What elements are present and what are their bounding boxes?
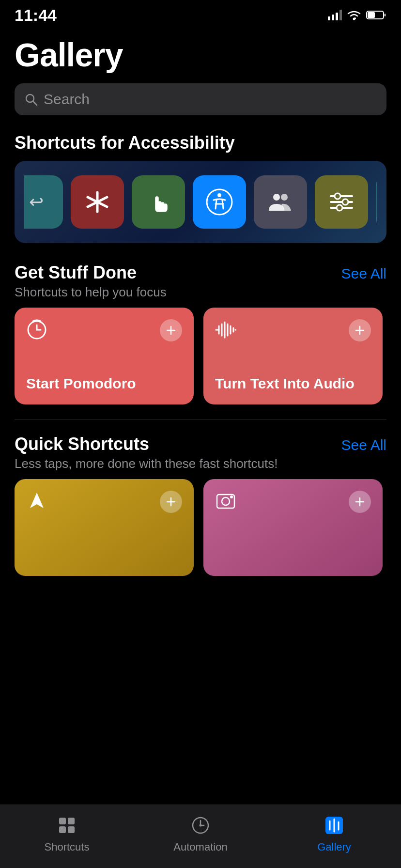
svg-rect-43 — [68, 826, 75, 833]
get-stuff-done-subtitle: Shortcuts to help you focus — [15, 285, 167, 300]
acc-icon-1[interactable] — [71, 175, 124, 229]
shortcuts-tab-label: Shortcuts — [45, 841, 90, 853]
svg-point-9 — [207, 189, 232, 215]
gallery-tab-icon — [322, 813, 347, 838]
photo-card[interactable] — [203, 479, 383, 576]
accessibility-banner[interactable]: ↩ — [15, 161, 386, 243]
quick-shortcuts-subtitle: Less taps, more done with these fast sho… — [15, 456, 278, 471]
get-stuff-done-title: Get Stuff Done — [15, 263, 167, 283]
svg-point-17 — [342, 199, 348, 205]
automation-tab-icon — [188, 813, 213, 838]
turn-text-audio-card[interactable]: Turn Text Into Audio — [203, 308, 383, 404]
svg-marker-32 — [30, 493, 44, 508]
wifi-icon — [347, 10, 361, 20]
tab-shortcuts[interactable]: Shortcuts — [0, 813, 134, 853]
svg-point-45 — [200, 824, 202, 827]
svg-rect-40 — [59, 818, 66, 824]
audio-icon — [215, 319, 236, 345]
start-pomodoro-card[interactable]: Start Pomodoro — [15, 308, 194, 404]
card-top-2 — [215, 319, 371, 345]
photo-icon — [215, 491, 236, 516]
svg-rect-41 — [68, 818, 75, 824]
svg-rect-2 — [384, 14, 386, 16]
photo-add-button[interactable] — [349, 491, 371, 513]
tab-gallery[interactable]: Gallery — [267, 813, 401, 853]
quick-shortcuts-title: Quick Shortcuts — [15, 434, 278, 454]
audio-label: Turn Text Into Audio — [215, 374, 371, 393]
search-placeholder: Search — [44, 91, 90, 108]
section-divider — [15, 419, 386, 419]
svg-line-5 — [33, 101, 37, 105]
tab-bar: Shortcuts Automation Gallery — [0, 805, 401, 868]
acc-icon-0[interactable]: ↩ — [24, 175, 63, 229]
search-icon — [24, 93, 38, 106]
quick-shortcuts-section-header: Quick Shortcuts Less taps, more done wit… — [15, 434, 386, 471]
card-top — [26, 319, 182, 345]
pomodoro-label: Start Pomodoro — [26, 374, 182, 393]
accessibility-section-header: Shortcuts for Accessibility — [15, 133, 386, 153]
automation-tab-label: Automation — [173, 841, 227, 853]
status-time: 11:44 — [15, 6, 57, 25]
svg-point-0 — [353, 18, 355, 20]
pomodoro-icon — [26, 319, 47, 345]
gallery-tab-label: Gallery — [317, 841, 351, 853]
svg-rect-42 — [59, 826, 66, 833]
get-stuff-done-cards: Start Pomodoro — [15, 308, 386, 404]
acc-icon-2[interactable] — [132, 175, 185, 229]
search-bar[interactable]: Search — [15, 83, 386, 115]
pomodoro-add-button[interactable] — [160, 319, 182, 341]
audio-add-button[interactable] — [349, 319, 371, 341]
svg-point-36 — [222, 497, 230, 505]
page-title: Gallery — [15, 36, 386, 74]
svg-point-11 — [273, 194, 280, 201]
main-content: Gallery Search Shortcuts for Accessibili… — [0, 26, 401, 682]
shortcuts-tab-icon — [54, 813, 79, 838]
svg-point-12 — [281, 194, 288, 201]
directions-icon — [26, 491, 47, 516]
directions-card[interactable] — [15, 479, 194, 576]
svg-point-18 — [337, 205, 342, 211]
status-icons — [328, 10, 386, 20]
acc-icon-4[interactable] — [254, 175, 307, 229]
acc-icon-5[interactable] — [315, 175, 368, 229]
photo-card-top — [215, 491, 371, 516]
battery-icon — [366, 10, 386, 20]
signal-icon — [328, 10, 342, 20]
acc-icon-3[interactable] — [193, 175, 246, 229]
get-stuff-done-section-header: Get Stuff Done Shortcuts to help you foc… — [15, 263, 386, 300]
svg-point-37 — [230, 496, 233, 498]
get-stuff-done-see-all[interactable]: See All — [341, 265, 386, 282]
accessibility-section-title: Shortcuts for Accessibility — [15, 133, 235, 153]
directions-card-top — [26, 491, 182, 516]
svg-rect-3 — [368, 12, 375, 18]
accessibility-icons-row: ↩ — [24, 175, 377, 229]
acc-icon-6[interactable]: + — [376, 175, 377, 229]
quick-shortcuts-cards — [15, 479, 386, 682]
svg-point-16 — [335, 193, 340, 199]
quick-shortcuts-see-all[interactable]: See All — [341, 437, 386, 453]
directions-add-button[interactable] — [160, 491, 182, 513]
svg-point-10 — [217, 193, 221, 197]
tab-automation[interactable]: Automation — [134, 813, 267, 853]
status-bar: 11:44 — [0, 0, 401, 26]
